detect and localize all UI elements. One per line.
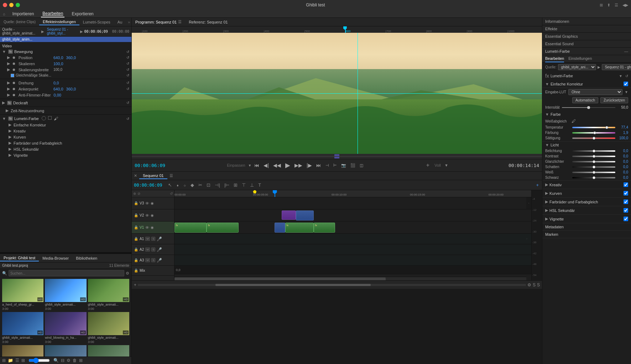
window-icon-2[interactable]: ⬆: [607, 3, 610, 7]
position-x[interactable]: 640,0: [53, 56, 63, 60]
tl-settings-icon[interactable]: ↺: [170, 192, 173, 196]
kurven-left[interactable]: ▶ Kurven: [0, 134, 131, 140]
belichtung-track[interactable]: [572, 150, 615, 152]
einfache-korrektur-left[interactable]: ▶ Einfache Korrektur: [0, 122, 131, 128]
home-icon[interactable]: ⌂: [3, 12, 5, 16]
reset-button[interactable]: Zurücksetzen: [600, 97, 628, 103]
schwarz-track[interactable]: [572, 177, 615, 178]
v1-lock[interactable]: 🔒: [134, 225, 138, 229]
lum-icon-brush[interactable]: 🖌: [54, 116, 58, 121]
ank-val2[interactable]: 360,0: [66, 87, 76, 91]
weiss-track[interactable]: [572, 172, 615, 173]
lumetri-minimize[interactable]: —: [624, 49, 628, 53]
deckkraft-header[interactable]: ▶ fx Deckraft ↺: [0, 100, 131, 106]
faerbung-thumb[interactable]: [593, 131, 596, 134]
ctrl-camera[interactable]: 📷: [340, 162, 348, 168]
minimize-button[interactable]: [9, 3, 14, 7]
v3-resize[interactable]: ◦: [526, 197, 531, 209]
farbraeder-section-header[interactable]: ▶ Farbräder und Farbabgleich: [542, 198, 631, 206]
timeline-zoom-thumb[interactable]: [215, 284, 371, 286]
effects-label[interactable]: Effekte: [545, 26, 557, 32]
ctrl-mark-out[interactable]: ⊢: [332, 162, 338, 168]
tl-ripple-tool[interactable]: ⬦: [182, 182, 187, 188]
position-y[interactable]: 360,0: [66, 56, 76, 60]
project-trash[interactable]: 🗑: [73, 358, 77, 363]
tl-marker-tool[interactable]: ◆: [189, 182, 195, 188]
deck-reset[interactable]: ↺: [126, 101, 129, 105]
gleichm-reset[interactable]: ↺: [126, 73, 129, 77]
timeline-scrollbar-h[interactable]: [174, 277, 526, 280]
quality-dropdown[interactable]: ▼: [444, 163, 448, 167]
tl-camera-tool[interactable]: ⊡: [205, 182, 212, 188]
farbräder-left[interactable]: ▶ Farbräder und Farbabgleich: [0, 140, 131, 146]
clip-v1-4[interactable]: fx: [285, 223, 314, 233]
monitor-tab-reference[interactable]: Referenz: Sequenz 01: [185, 19, 231, 25]
a3-mute[interactable]: M: [145, 258, 150, 262]
farbe-toggle[interactable]: ▼ Farbe: [542, 111, 631, 118]
bewegung-reset[interactable]: ↺: [126, 50, 129, 54]
v3-lock[interactable]: 🔒: [134, 201, 138, 205]
glanzlichter-track[interactable]: [572, 161, 615, 162]
fx-dropdown-arrow[interactable]: ▼: [619, 74, 622, 78]
ctrl-next-frame[interactable]: ⏭: [315, 162, 323, 169]
tab-media-browser[interactable]: Media-Browser: [39, 255, 72, 261]
hsl-check[interactable]: [624, 208, 628, 213]
tab-lumetri-scopes[interactable]: Lumetri-Scopes: [79, 19, 114, 25]
saettigung-track[interactable]: [572, 137, 615, 139]
tl-add-marker[interactable]: +: [535, 182, 540, 188]
seq-dropdown[interactable]: Sequenz 01 - ghibli_sty...: [602, 64, 631, 70]
project-sort[interactable]: ⊟: [61, 358, 64, 363]
source-dropdown[interactable]: ghibli_style_ani...: [558, 64, 596, 70]
window-icon-4[interactable]: ◀▶: [622, 3, 628, 7]
program-menu-icon[interactable]: ☰: [178, 20, 182, 24]
ctrl-forward[interactable]: ▶▶: [293, 162, 304, 169]
clip-v1-5[interactable]: fx: [314, 223, 335, 233]
ctrl-step-back[interactable]: ◀|: [262, 162, 270, 169]
thumb-img-5[interactable]: HD: [45, 312, 86, 335]
menu-bearbeiten[interactable]: Bearbeiten: [41, 10, 64, 17]
essential-sound-label[interactable]: Essential Sound: [545, 41, 574, 47]
a2-lock[interactable]: 🔒: [134, 248, 138, 251]
thumb-img-6[interactable]: HD: [88, 312, 129, 335]
ank-val1[interactable]: 640,0: [53, 87, 63, 91]
clip-v2-2[interactable]: [296, 210, 314, 220]
clip-v1-2[interactable]: fx: [207, 223, 239, 233]
tl-expand[interactable]: ⊞: [233, 182, 239, 188]
schatten-thumb[interactable]: [593, 166, 595, 168]
project-search-input[interactable]: [9, 270, 124, 276]
thumb-img-7[interactable]: HD: [2, 345, 43, 357]
ctrl-add[interactable]: +: [425, 161, 431, 169]
position-reset[interactable]: ↺: [126, 56, 129, 59]
tl-zoom-icon[interactable]: ⊕: [133, 192, 136, 196]
tab-bibliotheken[interactable]: Bibliotheken: [72, 255, 101, 261]
panel-tabs-overflow[interactable]: »: [126, 20, 132, 24]
lut-dropdown-arrow[interactable]: ▼: [625, 90, 628, 94]
thumb-img-1[interactable]: HD: [2, 279, 43, 302]
a3-solo[interactable]: S: [151, 258, 155, 262]
thumb-img-4[interactable]: HD: [2, 312, 43, 335]
drehung-reset[interactable]: ↺: [126, 81, 129, 85]
window-icon-1[interactable]: ⊞: [600, 3, 603, 7]
licht-toggle[interactable]: ▼ Licht: [542, 142, 631, 148]
ctrl-mark-in[interactable]: ⊣: [324, 162, 330, 168]
a1-lock[interactable]: 🔒: [134, 237, 138, 241]
tl-bottom-plus[interactable]: +: [134, 282, 136, 287]
tl-stretch-right[interactable]: |⊢: [223, 182, 230, 188]
tab-au[interactable]: Au: [114, 19, 126, 25]
kreativ-check[interactable]: [624, 182, 628, 187]
bewegung-header[interactable]: ▼ fx Bewegung ↺: [0, 49, 131, 54]
clip-v1-1[interactable]: fx: [174, 223, 207, 233]
schatten-track[interactable]: [572, 166, 615, 168]
tab-sequenz01[interactable]: Sequenz 01: [139, 173, 167, 179]
faerbung-track[interactable]: [572, 132, 615, 134]
thumb-img-9[interactable]: HD: [88, 345, 129, 357]
farbraeder-check[interactable]: [624, 199, 628, 204]
temperatur-thumb[interactable]: [605, 126, 608, 129]
tl-bottom-settings[interactable]: ⚙: [527, 282, 531, 287]
ctrl-play[interactable]: ▶: [284, 161, 292, 170]
skalieren-val[interactable]: 100,0: [53, 62, 63, 66]
wb-picker-icon[interactable]: 🖊: [572, 119, 576, 124]
monitor-tab-program[interactable]: Programm: Sequenz 01 ☰: [132, 19, 185, 25]
marken-row[interactable]: Marken: [542, 231, 631, 238]
project-search[interactable]: 🔍: [53, 358, 59, 363]
